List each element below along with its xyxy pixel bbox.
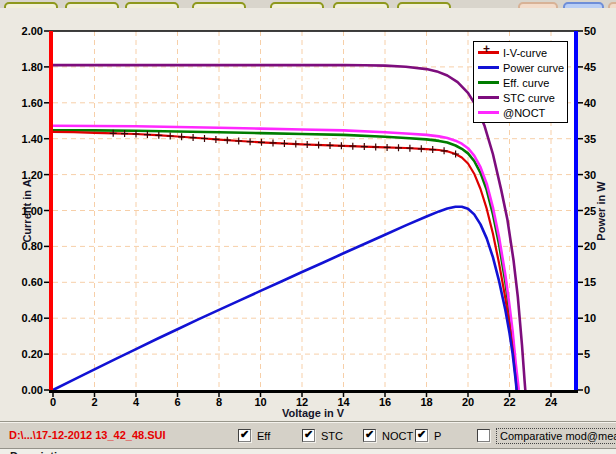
description-panel: Description [0,448,616,454]
checkmark-icon: ✔ [304,428,313,441]
legend-label: I-V-curve [503,47,547,59]
checkmark-icon: ✔ [365,428,374,441]
checkbox-box[interactable] [477,429,490,442]
checkbox-box[interactable]: ✔ [415,429,428,442]
x-tick-label: 20 [456,396,480,408]
x-tick-label: 0 [41,396,65,408]
y-left-tick-label: 0.00 [12,384,43,396]
legend-swatch-stc [478,96,499,99]
checkmark-icon: ✔ [240,428,249,441]
y-left-tick-label: 0.20 [12,348,43,360]
x-tick-label: 8 [207,396,231,408]
x-tick-label: 18 [415,396,439,408]
y-right-tick-label: 25 [584,205,608,217]
checkbox-stc[interactable]: ✔STC [302,428,343,443]
y-left-tick-label: 1.20 [12,169,43,181]
y-right-tick-label: 20 [584,240,608,252]
y-right-tick-label: 35 [584,133,608,145]
y-left-tick-label: 1.80 [12,61,43,73]
y-right-tick-label: 40 [584,97,608,109]
checkmark-icon: ✔ [417,428,426,441]
iv-curve-chart: Current in A Power in W Voltage in V + I… [0,8,616,421]
checkbox-label: STC [321,430,343,442]
legend-item-eff-curve[interactable]: Eff. curve [478,75,567,90]
y-right-tick-label: 15 [584,276,608,288]
x-tick-label: 12 [290,396,314,408]
y-right-tick-label: 50 [584,25,608,37]
y-left-tick-label: 2.00 [12,25,43,37]
y-right-tick-label: 30 [584,169,608,181]
y-left-tick-label: 1.40 [12,133,43,145]
checkbox-eff[interactable]: ✔Eff [238,428,270,443]
plus-marker-icon: + [483,43,490,55]
legend-swatch-eff [478,81,499,84]
legend-item-power-curve[interactable]: Power curve [478,60,567,75]
x-tick-label: 22 [498,396,522,408]
legend-label: STC curve [503,92,555,104]
checkbox-box[interactable]: ✔ [302,429,315,442]
y-left-tick-label: 0.40 [12,312,43,324]
y-right-tick-label: 0 [584,384,608,396]
checkbox-label: Comparative mod@meas.cond. [496,428,616,444]
description-label: Description [10,450,71,454]
legend-swatch-noct [478,111,499,114]
checkbox-noct[interactable]: ✔NOCT [363,428,413,443]
checkbox-box[interactable]: ✔ [238,429,251,442]
checkbox-box[interactable]: ✔ [363,429,376,442]
legend-label: Power curve [503,62,564,74]
x-tick-label: 24 [539,396,563,408]
x-tick-label: 10 [249,396,273,408]
x-tick-label: 6 [166,396,190,408]
legend-item-noct-curve[interactable]: @NOCT [478,105,567,120]
x-tick-label: 2 [83,396,107,408]
legend-item-stc-curve[interactable]: STC curve [478,90,567,105]
y-left-tick-label: 0.80 [12,240,43,252]
y-right-tick-label: 10 [584,312,608,324]
chart-legend: + I-V-curve Power curve Eff. curve STC c… [473,41,568,123]
checkbox-label: NOCT [382,430,413,442]
legend-label: Eff. curve [503,77,549,89]
footer-bar: D:\...\17-12-2012 13_42_48.SUI ✔Eff✔STC✔… [0,421,616,449]
checkbox-p[interactable]: ✔P [415,428,441,443]
checkbox-comparative-mod-meas-cond[interactable]: Comparative mod@meas.cond. [477,428,616,443]
checkbox-label: P [434,430,441,442]
y-right-tick-label: 5 [584,348,608,360]
y-left-tick-label: 1.60 [12,97,43,109]
y-right-tick-label: 45 [584,61,608,73]
x-tick-label: 16 [373,396,397,408]
x-tick-label: 4 [124,396,148,408]
legend-label: @NOCT [503,107,545,119]
y-left-tick-label: 1.00 [12,205,43,217]
checkbox-label: Eff [257,430,270,442]
measurement-file-path[interactable]: D:\...\17-12-2012 13_42_48.SUI [9,429,166,441]
x-axis-title: Voltage in V [213,407,413,419]
y-left-tick-label: 0.60 [12,276,43,288]
x-tick-label: 14 [332,396,356,408]
legend-item-iv-curve[interactable]: + I-V-curve [478,45,567,60]
legend-swatch-power [478,66,499,69]
legend-swatch-iv: + [478,51,499,54]
